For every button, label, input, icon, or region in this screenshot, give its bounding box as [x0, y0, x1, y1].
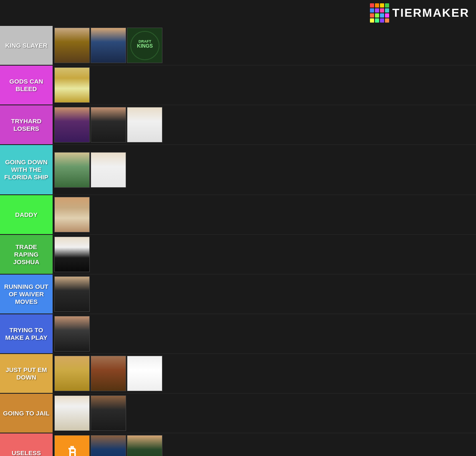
- tier-label-useless: USELESS: [0, 433, 53, 456]
- tier-image: [54, 197, 90, 232]
- tier-label-king-slayer: KING SLAYER: [0, 26, 53, 65]
- tier-content-gods-can-bleed: [53, 66, 476, 104]
- tier-row-gods-can-bleed: GODS CAN BLEED: [0, 66, 476, 105]
- tier-content-going-to-jail: [53, 394, 476, 433]
- tier-label-running-out: RUNNING OUT OF WAIVER MOVES: [0, 275, 53, 313]
- tier-image: [91, 395, 126, 431]
- tier-content-going-down: [53, 145, 476, 194]
- tier-image: [54, 107, 90, 143]
- tier-row-daddy: DADDY: [0, 195, 476, 235]
- tier-image-draftkings: DRAFT KINGS: [127, 28, 162, 63]
- tier-content-trade-raping: [53, 235, 476, 274]
- tier-label-trade-raping: TRADE RAPING JOSHUA: [0, 235, 53, 274]
- svg-text:₿: ₿: [68, 444, 76, 456]
- tier-content-tryhard-losers: [53, 105, 476, 144]
- tier-image: [54, 152, 90, 188]
- tier-image: [91, 356, 126, 391]
- logo-grid-icon: [370, 3, 389, 23]
- tiermaker-logo-text: TiERMAKER: [392, 6, 469, 20]
- header-bar: TiERMAKER: [0, 0, 476, 26]
- tier-label-just-put: JUST PUT EM DOWN: [0, 354, 53, 393]
- tier-image: [54, 237, 90, 272]
- tier-row-tryhard-losers: TRYHARD LOSERS: [0, 105, 476, 145]
- tier-image: [54, 356, 90, 391]
- tier-label-going-down: GOING DOWN WITH THE FLORIDA SHIP: [0, 145, 53, 194]
- tier-image-kamala: [91, 435, 126, 456]
- tier-label-going-to-jail: GOING TO JAIL: [0, 394, 53, 433]
- tier-label-daddy: DADDY: [0, 195, 53, 234]
- tier-image: [54, 395, 90, 431]
- tier-row-trying-to-make: TRYING TO MAKE A PLAY: [0, 314, 476, 354]
- tier-image: [127, 107, 162, 143]
- tier-image-crown: [127, 435, 162, 456]
- tier-content-just-put: [53, 354, 476, 393]
- tier-image: [54, 316, 90, 352]
- tier-label-gods-can-bleed: GODS CAN BLEED: [0, 66, 53, 104]
- tier-image: [54, 28, 90, 63]
- tier-image-bitcoin: ₿: [54, 435, 90, 456]
- tiermaker-logo: TiERMAKER: [370, 3, 469, 23]
- tier-content-useless: ₿: [53, 433, 476, 456]
- svg-text:KINGS: KINGS: [137, 43, 152, 49]
- tier-row-useless: USELESS ₿: [0, 433, 476, 456]
- tier-content-king-slayer: DRAFT KINGS: [53, 26, 476, 65]
- tier-image: [91, 152, 126, 188]
- tier-row-running-out: RUNNING OUT OF WAIVER MOVES: [0, 275, 476, 314]
- tier-list: KING SLAYER DRAFT KINGS GODS CAN BLEED T…: [0, 26, 476, 456]
- tier-content-trying-to-make: [53, 314, 476, 353]
- tier-label-tryhard-losers: TRYHARD LOSERS: [0, 105, 53, 144]
- tier-image: [91, 107, 126, 143]
- tier-image: [54, 276, 90, 312]
- tier-row-going-to-jail: GOING TO JAIL: [0, 394, 476, 433]
- tier-image: [54, 67, 90, 103]
- tier-row-trade-raping: TRADE RAPING JOSHUA: [0, 235, 476, 275]
- tier-content-daddy: [53, 195, 476, 234]
- tier-content-running-out: [53, 275, 476, 313]
- tier-row-king-slayer: KING SLAYER DRAFT KINGS: [0, 26, 476, 66]
- tier-label-trying-to-make: TRYING TO MAKE A PLAY: [0, 314, 53, 353]
- tier-row-going-down: GOING DOWN WITH THE FLORIDA SHIP: [0, 145, 476, 195]
- tier-image: [127, 356, 162, 391]
- tier-image: [91, 28, 126, 63]
- tier-row-just-put: JUST PUT EM DOWN: [0, 354, 476, 394]
